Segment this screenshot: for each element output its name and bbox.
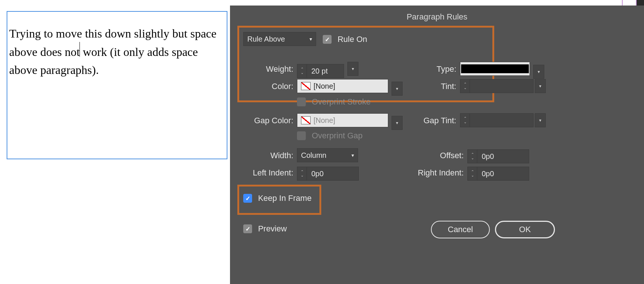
weight-dropdown[interactable]: ▾	[347, 62, 358, 76]
weight-input[interactable]: ⌃⌄ 20 pt	[297, 64, 344, 78]
none-swatch-icon	[301, 82, 311, 90]
weight-value: 20 pt	[307, 64, 344, 78]
document-text-frame[interactable]: Trying to move this down slightly but sp…	[7, 11, 227, 159]
left-indent-input[interactable]: ⌃⌄ 0p0	[297, 167, 359, 181]
gap-tint-label: Gap Tint:	[377, 116, 456, 125]
tint-label: Tint:	[377, 82, 456, 91]
chevron-down-icon: ▾	[309, 36, 312, 42]
stepper-arrows-icon[interactable]: ⌃⌄	[468, 150, 477, 163]
dialog-title: Paragraph Rules	[230, 6, 644, 26]
chevron-down-icon: ▾	[351, 152, 354, 158]
width-label: Width:	[230, 151, 293, 160]
gap-color-label: Gap Color:	[230, 116, 293, 125]
tint-input[interactable]: ⌃⌄	[460, 79, 534, 93]
right-indent-value: 0p0	[477, 167, 529, 180]
keep-in-frame-checkbox[interactable]: ✓	[243, 194, 252, 203]
type-select[interactable]	[460, 62, 530, 76]
stepper-arrows-icon[interactable]: ⌃⌄	[460, 114, 470, 127]
gap-color-select[interactable]: [None]	[297, 113, 388, 127]
text-frame-content[interactable]: Trying to move this down slightly but sp…	[7, 12, 227, 79]
ok-button[interactable]: OK	[495, 221, 555, 238]
width-select[interactable]: Column ▾	[297, 148, 358, 162]
overprint-stroke-checkbox: ✓	[297, 97, 306, 106]
rule-on-label: Rule On	[337, 35, 367, 44]
offset-input[interactable]: ⌃⌄ 0p0	[467, 149, 529, 163]
preview-label: Preview	[258, 224, 287, 233]
keep-in-frame-label: Keep In Frame	[258, 194, 312, 203]
paragraph-rules-dialog: Paragraph Rules Rule Above ▾ ✓ Rule On W…	[230, 6, 644, 284]
rule-position-select[interactable]: Rule Above ▾	[243, 32, 316, 46]
overprint-gap-checkbox: ✓	[297, 131, 306, 140]
ok-button-label: OK	[519, 225, 531, 234]
tint-dropdown[interactable]: ▾	[535, 79, 546, 93]
stepper-arrows-icon[interactable]: ⌃⌄	[297, 167, 307, 180]
left-indent-label: Left Indent:	[230, 168, 293, 178]
overprint-gap-label: Overprint Gap	[312, 131, 362, 140]
stepper-arrows-icon[interactable]: ⌃⌄	[460, 79, 470, 93]
type-dropdown[interactable]: ▾	[533, 65, 544, 79]
gap-tint-input[interactable]: ⌃⌄	[460, 113, 534, 127]
cancel-button-label: Cancel	[448, 225, 473, 234]
color-select[interactable]: [None]	[297, 79, 388, 93]
right-indent-input[interactable]: ⌃⌄ 0p0	[467, 167, 529, 181]
rule-position-value: Rule Above	[247, 35, 285, 43]
none-swatch-icon	[301, 116, 311, 124]
stepper-arrows-icon[interactable]: ⌃⌄	[468, 167, 477, 180]
right-indent-label: Right Indent:	[385, 168, 464, 178]
color-value: [None]	[314, 82, 335, 90]
left-indent-value: 0p0	[307, 167, 358, 180]
offset-value: 0p0	[477, 150, 529, 163]
width-value: Column	[301, 151, 326, 160]
stepper-arrows-icon[interactable]: ⌃⌄	[297, 64, 307, 78]
preview-checkbox[interactable]: ✓	[243, 224, 252, 233]
cancel-button[interactable]: Cancel	[431, 221, 490, 238]
stroke-type-swatch	[461, 64, 529, 73]
type-label: Type:	[377, 64, 456, 74]
gap-tint-dropdown[interactable]: ▾	[535, 113, 546, 127]
overprint-stroke-label: Overprint Stroke	[312, 97, 371, 106]
offset-label: Offset:	[385, 151, 464, 160]
weight-label: Weight:	[230, 64, 293, 74]
text-cursor	[79, 42, 80, 57]
rule-on-checkbox[interactable]: ✓	[323, 35, 332, 44]
gap-color-value: [None]	[314, 116, 335, 125]
color-label: Color:	[230, 82, 293, 91]
